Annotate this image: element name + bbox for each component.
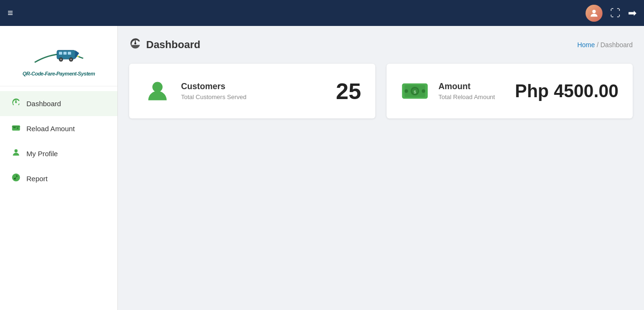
svg-rect-4 <box>67 52 71 55</box>
svg-rect-3 <box>63 52 66 55</box>
profile-icon <box>11 148 21 159</box>
report-icon <box>11 173 21 184</box>
svg-point-6 <box>60 59 62 60</box>
customers-sublabel: Total Customers Served <box>181 93 327 101</box>
amount-value: Php 4500.00 <box>515 81 619 101</box>
money-icon: $ <box>401 82 429 101</box>
cards-row: Customers Total Customers Served 25 $ Am <box>129 64 633 118</box>
svg-point-0 <box>592 9 595 13</box>
logout-icon[interactable]: ➡ <box>628 7 636 19</box>
breadcrumb-current: Dashboard <box>601 41 633 49</box>
breadcrumb-home[interactable]: Home <box>577 41 594 49</box>
navbar-left: ≡ <box>8 8 13 18</box>
customers-card: Customers Total Customers Served 25 <box>129 64 375 118</box>
navbar-right: ⛶ ➡ <box>586 5 636 22</box>
amount-icon-wrap: $ <box>401 77 429 105</box>
amount-label: Amount <box>438 82 505 92</box>
sidebar-nav: Dashboard Reload Amount My P <box>0 91 117 191</box>
page-header: Dashboard Home / Dashboard <box>129 37 633 52</box>
svg-text:$: $ <box>413 90 416 94</box>
sidebar: QR-Code-Fare-Payment-System Dashboard <box>0 26 118 310</box>
svg-point-14 <box>17 127 18 129</box>
svg-point-8 <box>70 59 72 60</box>
customers-info: Customers Total Customers Served <box>181 82 327 101</box>
sidebar-item-dashboard[interactable]: Dashboard <box>0 91 117 116</box>
sidebar-label-dashboard: Dashboard <box>26 100 61 108</box>
breadcrumb-separator: / <box>597 41 601 49</box>
sidebar-label-report: Report <box>26 175 48 183</box>
sidebar-logo: QR-Code-Fare-Payment-System <box>0 35 117 86</box>
logo-text: QR-Code-Fare-Payment-System <box>23 71 95 76</box>
svg-point-10 <box>77 56 78 57</box>
amount-info: Amount Total Reload Amount <box>438 82 505 101</box>
main-content: Dashboard Home / Dashboard Customers Tot… <box>118 26 644 310</box>
sidebar-item-reload-amount[interactable]: Reload Amount <box>0 116 117 141</box>
user-avatar[interactable] <box>586 5 603 22</box>
dashboard-icon <box>11 98 21 109</box>
svg-rect-15 <box>12 126 20 127</box>
sidebar-item-my-profile[interactable]: My Profile <box>0 141 117 166</box>
bus-logo-image <box>31 40 87 68</box>
hamburger-icon[interactable]: ≡ <box>8 8 13 18</box>
svg-point-19 <box>152 82 163 92</box>
top-navbar: ≡ ⛶ ➡ <box>0 0 644 26</box>
svg-rect-1 <box>57 50 75 59</box>
page-title: Dashboard <box>146 39 200 51</box>
person-icon <box>145 79 170 103</box>
sidebar-label-reload-amount: Reload Amount <box>26 125 75 133</box>
customers-value: 25 <box>336 78 361 104</box>
amount-card: $ Amount Total Reload Amount Php 4500.00 <box>387 64 633 118</box>
svg-rect-12 <box>12 126 20 131</box>
page-title-wrap: Dashboard <box>129 37 200 52</box>
sidebar-item-report[interactable]: Report <box>0 166 117 191</box>
sidebar-label-my-profile: My Profile <box>26 150 58 158</box>
page-dashboard-icon <box>129 37 141 52</box>
svg-marker-9 <box>75 50 79 59</box>
breadcrumb: Home / Dashboard <box>577 41 633 49</box>
customers-label: Customers <box>181 82 327 92</box>
svg-point-16 <box>15 149 18 152</box>
amount-sublabel: Total Reload Amount <box>438 93 505 101</box>
fullscreen-icon[interactable]: ⛶ <box>610 7 620 19</box>
svg-point-26 <box>422 89 425 92</box>
svg-point-25 <box>405 89 408 92</box>
reload-amount-icon <box>11 123 21 134</box>
svg-rect-2 <box>59 52 62 55</box>
customers-icon-wrap <box>143 77 172 105</box>
